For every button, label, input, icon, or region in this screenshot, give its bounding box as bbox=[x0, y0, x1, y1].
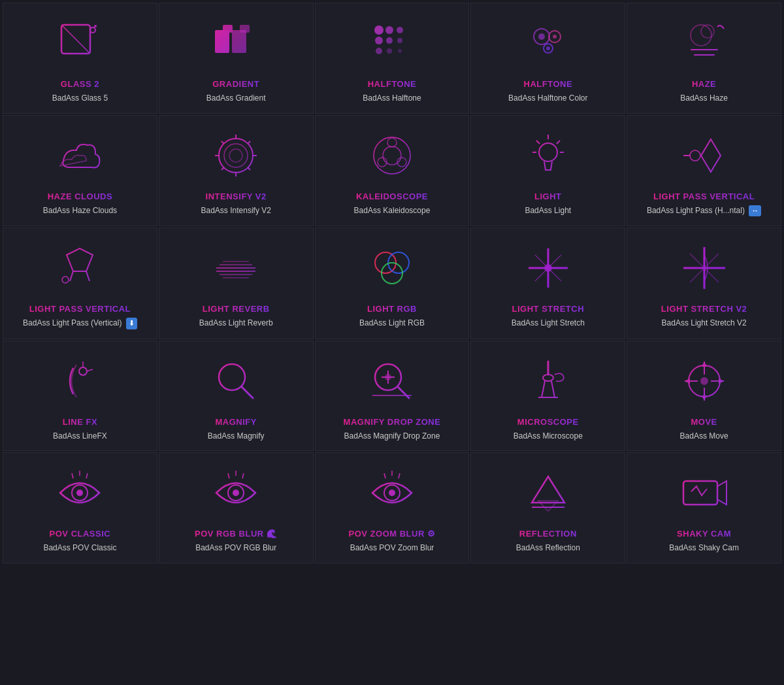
light-reverb-subtitle: BadAss Light Reverb bbox=[199, 318, 273, 329]
svg-point-12 bbox=[386, 37, 393, 44]
halftone-title: HALFTONE bbox=[368, 79, 417, 89]
light-pass-v-icon bbox=[47, 239, 112, 297]
svg-point-22 bbox=[546, 46, 550, 50]
card-magnify-drop-zone[interactable]: MAGNIFY DROP ZONE BadAss Magnify Drop Zo… bbox=[315, 341, 470, 452]
haze-clouds-subtitle: BadAss Haze Clouds bbox=[43, 205, 117, 216]
light-stretch-icon bbox=[515, 239, 581, 297]
card-line-fx[interactable]: LINE FX BadAss LineFX bbox=[3, 341, 157, 452]
light-stretch-title: LIGHT STRETCH bbox=[512, 304, 585, 314]
svg-line-36 bbox=[248, 141, 250, 144]
intensify-subtitle: BadAss Intensify V2 bbox=[201, 205, 271, 216]
intensify-title: INTENSIFY V2 bbox=[206, 192, 267, 201]
magnify-drop-subtitle: BadAss Magnify Drop Zone bbox=[344, 431, 440, 442]
move-title: MOVE bbox=[691, 417, 717, 427]
haze-icon bbox=[672, 14, 737, 73]
card-pov-classic[interactable]: POV CLASSIC BadAss POV Classic bbox=[3, 452, 157, 563]
pov-classic-icon bbox=[47, 463, 112, 522]
svg-point-23 bbox=[691, 25, 711, 46]
svg-point-99 bbox=[700, 377, 708, 385]
svg-point-101 bbox=[76, 490, 83, 496]
card-reflection[interactable]: REFLECTION BadAss Reflection bbox=[470, 452, 625, 563]
card-light-rgb[interactable]: LIGHT RGB BadAss Light RGB bbox=[315, 227, 470, 339]
card-microscope[interactable]: MICROSCOPE BadAss Microscope bbox=[470, 341, 625, 452]
svg-point-28 bbox=[224, 144, 248, 167]
svg-line-78 bbox=[87, 369, 93, 371]
light-pass-h-icon bbox=[672, 126, 737, 185]
card-halftone-color[interactable]: HALFTONE BadAss Halftone Color bbox=[470, 3, 625, 114]
svg-rect-4 bbox=[215, 30, 229, 53]
svg-line-49 bbox=[557, 141, 560, 144]
card-light-stretch-v2[interactable]: LIGHT STRETCH V2 BadAss Light Stretch V2 bbox=[627, 227, 781, 339]
magnify-drop-title: MAGNIFY DROP ZONE bbox=[344, 417, 441, 427]
light-pass-v-title: LIGHT PASS VERTICAL bbox=[29, 304, 131, 314]
move-icon bbox=[672, 352, 737, 410]
haze-title: HAZE bbox=[692, 79, 716, 89]
card-light-pass-v[interactable]: LIGHT PASS VERTICAL BadAss Light Pass (V… bbox=[3, 227, 157, 339]
svg-marker-53 bbox=[67, 248, 93, 271]
pov-zoom-title: POV ZOOM BLUR ⚙ bbox=[349, 529, 436, 539]
card-halftone[interactable]: HALFTONE BadAss Halftone bbox=[315, 3, 470, 114]
pov-rgb-icon bbox=[203, 463, 269, 522]
card-haze[interactable]: HAZE BadAss Haze bbox=[627, 3, 781, 114]
kaleidoscope-icon bbox=[359, 126, 425, 185]
svg-marker-95 bbox=[702, 361, 707, 367]
microscope-subtitle: BadAss Microscope bbox=[514, 431, 583, 442]
card-haze-clouds[interactable]: HAZE CLOUDS BadAss Haze Clouds bbox=[3, 115, 157, 226]
shaky-cam-title: SHAKY CAM bbox=[677, 529, 731, 539]
light-stretch-subtitle: BadAss Light Stretch bbox=[512, 318, 585, 329]
card-gradient[interactable]: GRADIENT BadAss Gradient bbox=[159, 3, 314, 114]
svg-line-104 bbox=[86, 473, 88, 478]
svg-marker-98 bbox=[719, 378, 724, 384]
magnify-icon bbox=[203, 352, 269, 410]
light-subtitle: BadAss Light bbox=[525, 205, 571, 216]
card-intensify[interactable]: INTENSIFY V2 BadAss Intensify V2 bbox=[159, 115, 314, 226]
svg-point-85 bbox=[385, 374, 391, 380]
card-light-reverb[interactable]: LIGHT REVERB BadAss Light Reverb bbox=[159, 227, 314, 339]
card-shaky-cam[interactable]: SHAKY CAM BadAss Shaky Cam bbox=[627, 452, 781, 563]
svg-point-40 bbox=[387, 138, 397, 147]
svg-point-76 bbox=[79, 367, 87, 375]
svg-line-109 bbox=[242, 473, 244, 478]
svg-rect-7 bbox=[240, 25, 250, 33]
card-light[interactable]: LIGHT BadAss Light bbox=[470, 115, 625, 226]
svg-point-10 bbox=[397, 27, 403, 33]
microscope-title: MICROSCOPE bbox=[517, 417, 579, 427]
svg-line-80 bbox=[242, 387, 253, 398]
svg-line-107 bbox=[228, 473, 229, 478]
svg-point-8 bbox=[374, 25, 384, 35]
light-rgb-icon bbox=[359, 239, 425, 297]
svg-line-102 bbox=[72, 473, 73, 478]
line-fx-subtitle: BadAss LineFX bbox=[53, 431, 107, 442]
card-move[interactable]: MOVE BadAss Move bbox=[627, 341, 781, 452]
light-stretch-v2-title: LIGHT STRETCH V2 bbox=[661, 304, 747, 314]
card-light-pass-h[interactable]: LIGHT PASS VERTICAL BadAss Light Pass (H… bbox=[627, 115, 781, 226]
card-magnify[interactable]: MAGNIFY BadAss Magnify bbox=[159, 341, 314, 452]
svg-point-14 bbox=[376, 48, 382, 54]
svg-line-48 bbox=[536, 141, 540, 144]
svg-point-106 bbox=[233, 490, 239, 496]
card-glass2[interactable]: GLASS 2 BadAss Glass 5 bbox=[3, 3, 157, 114]
card-light-stretch[interactable]: LIGHT STRETCH BadAss Light Stretch bbox=[470, 227, 625, 339]
svg-line-34 bbox=[221, 141, 224, 144]
svg-line-54 bbox=[70, 271, 73, 281]
badge-arrow-h: ↔ bbox=[749, 205, 761, 216]
magnify-subtitle: BadAss Magnify bbox=[208, 431, 265, 442]
haze-subtitle: BadAss Haze bbox=[680, 93, 728, 104]
card-pov-zoom-blur[interactable]: POV ZOOM BLUR ⚙ BadAss POV Zoom Blur bbox=[315, 452, 470, 563]
badge-arrow-v: ⬇ bbox=[126, 318, 137, 329]
card-kaleidoscope[interactable]: KALEIDOSCOPE BadAss Kaleidoscope bbox=[315, 115, 470, 226]
pov-classic-title: POV CLASSIC bbox=[50, 529, 111, 539]
kaleidoscope-title: KALEIDOSCOPE bbox=[356, 192, 428, 201]
light-rgb-title: LIGHT RGB bbox=[367, 304, 417, 314]
halftone-icon bbox=[359, 14, 425, 73]
svg-point-13 bbox=[397, 38, 402, 43]
svg-marker-97 bbox=[685, 378, 690, 384]
card-pov-rgb-blur[interactable]: POV RGB BLUR 🌊 BadAss POV RGB Blur bbox=[159, 452, 314, 563]
halftone-color-title: HALFTONE bbox=[524, 79, 573, 89]
svg-point-9 bbox=[385, 26, 393, 34]
svg-point-20 bbox=[553, 35, 557, 39]
svg-marker-115 bbox=[532, 476, 564, 503]
magnify-drop-icon bbox=[359, 352, 425, 410]
light-reverb-title: LIGHT REVERB bbox=[203, 304, 270, 314]
svg-point-15 bbox=[387, 48, 392, 54]
